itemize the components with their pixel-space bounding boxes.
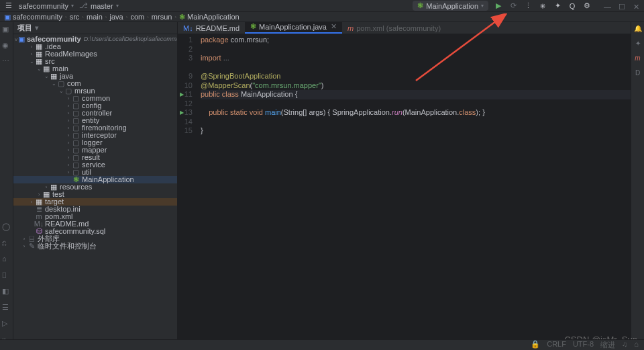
breadcrumb-item[interactable]: mrsun — [152, 13, 172, 21]
git-branch-icon: ⎇ — [79, 1, 88, 10]
editor-tab[interactable]: M↓README.md — [178, 23, 245, 34]
code-line[interactable]: @SpringBootApplication — [201, 72, 631, 81]
tree-row[interactable]: ⌄▦main — [13, 65, 177, 73]
debug-button[interactable]: ⟳ — [508, 1, 518, 11]
notifications-icon[interactable]: 🔔 — [633, 25, 643, 34]
editor-content[interactable]: 12391011▶1213▶1415 package com.mrsun;imp… — [178, 34, 631, 339]
run-config-selector[interactable]: ❃ MainApplication ▾ — [413, 1, 488, 11]
code-line[interactable] — [201, 63, 631, 73]
run-config-label: MainApplication — [426, 2, 478, 10]
code-line[interactable]: @MapperScan("com.mrsun.mapper") — [201, 81, 631, 91]
statusbar-item[interactable]: 🔒 — [531, 340, 540, 350]
breadcrumb-item[interactable]: com — [130, 13, 144, 21]
breadcrumb-item[interactable]: java — [110, 13, 123, 21]
panel-selector[interactable]: ▾ — [35, 24, 39, 32]
tool-icon[interactable]: ☰ — [2, 303, 11, 312]
statusbar-item[interactable]: ⌂ — [634, 340, 639, 350]
project-panel: 项目 ▾ v▣ safecommunity D:\Users\Local\Des… — [13, 22, 178, 339]
structure-tool-icon[interactable]: ⋯ — [2, 57, 11, 67]
tool-icon[interactable]: ⎌ — [2, 238, 11, 248]
commit-tool-icon[interactable]: ◉ — [2, 41, 11, 50]
settings-icon[interactable]: ⚙ — [582, 1, 592, 11]
database-tool-icon[interactable]: D — [633, 69, 643, 79]
editor-area: M↓README.md❃MainApplication.java✕mpom.xm… — [178, 22, 631, 339]
code-line[interactable]: public class MainApplication { — [201, 90, 631, 99]
ai-icon[interactable]: ✦ — [553, 1, 562, 11]
tool-icon[interactable]: ⌂ — [2, 255, 11, 264]
code-line[interactable]: } — [201, 126, 631, 136]
tool-icon[interactable]: ◧ — [2, 287, 11, 296]
search-icon[interactable]: Q — [568, 1, 577, 11]
run-button[interactable]: ▶ — [494, 1, 503, 11]
project-dropdown[interactable]: safecommunity ▾ — [19, 2, 74, 10]
window-close[interactable]: ✕ — [633, 3, 640, 9]
chevron-down-icon: ▾ — [116, 3, 119, 9]
panel-title: 项目 — [17, 23, 32, 33]
breadcrumb-item[interactable]: src — [70, 13, 80, 21]
code-line[interactable]: import ... — [201, 54, 631, 63]
code-line[interactable] — [201, 118, 631, 127]
maven-tool-icon[interactable]: m — [633, 54, 643, 64]
code-line[interactable] — [201, 99, 631, 109]
statusbar-item[interactable]: CRLF — [547, 340, 566, 350]
project-tree[interactable]: v▣ safecommunity D:\Users\Local\Desktop\… — [13, 34, 177, 251]
breadcrumb-item[interactable]: main — [87, 13, 103, 21]
breadcrumb: ▣safecommunity› src› main› java› com› mr… — [0, 12, 644, 22]
project-tool-icon[interactable]: ▣ — [2, 25, 11, 34]
tree-row[interactable]: ⌄▦java — [13, 73, 177, 80]
tool-icon[interactable]: ▷ — [2, 319, 11, 329]
tree-row[interactable]: ›▦resources — [13, 183, 177, 191]
tree-row[interactable]: ›✎临时文件和控制台 — [13, 243, 177, 250]
branch-name: master — [91, 2, 113, 10]
chevron-down-icon: ▾ — [481, 3, 484, 9]
ai-assist-icon[interactable]: ✦ — [633, 40, 643, 49]
branch-dropdown[interactable]: ⎇ master ▾ — [79, 1, 119, 10]
breadcrumb-item[interactable]: ▣safecommunity — [4, 13, 62, 21]
tree-row[interactable]: ❃MainApplication — [13, 176, 177, 183]
window-maximize[interactable]: ☐ — [619, 3, 625, 9]
tool-icon[interactable]: ◯ — [2, 222, 11, 232]
code-with-me-icon[interactable]: ⛯ — [538, 1, 547, 11]
app-menu-icon[interactable]: ☰ — [4, 1, 13, 11]
editor-gutter: 12391011▶1213▶1415 — [178, 34, 197, 339]
spring-icon: ❃ — [417, 1, 423, 10]
titlebar: ☰ safecommunity ▾ ⎇ master ▾ ❃ MainAppli… — [0, 0, 644, 12]
more-icon[interactable]: ⋮ — [523, 1, 533, 11]
tree-row[interactable]: ⌄▢com — [13, 80, 177, 87]
editor-tab[interactable]: ❃MainApplication.java✕ — [245, 22, 342, 34]
panel-header[interactable]: 项目 ▾ — [13, 22, 177, 34]
statusbar: 🔒CRLFUTF-8缩进♫⌂ — [0, 339, 644, 350]
tab-close-icon[interactable]: ✕ — [331, 22, 337, 31]
statusbar-item[interactable]: 缩进 — [600, 340, 615, 350]
code-line[interactable]: public static void main(String[] args) {… — [201, 108, 631, 118]
tree-row[interactable]: ⌄▦src — [13, 58, 177, 65]
editor-tabs: M↓README.md❃MainApplication.java✕mpom.xm… — [178, 22, 631, 34]
tree-row[interactable]: ›▢service — [13, 161, 177, 169]
terminal-tool-icon[interactable]: ⌷ — [2, 271, 11, 280]
chevron-down-icon: ▾ — [71, 3, 74, 9]
editor-tab[interactable]: mpom.xml (safecommunity) — [342, 23, 446, 34]
project-name: safecommunity — [19, 2, 68, 10]
statusbar-item[interactable]: UTF-8 — [573, 340, 594, 350]
code-line[interactable] — [201, 45, 631, 54]
statusbar-item[interactable]: ♫ — [622, 340, 627, 350]
breadcrumb-item[interactable]: ❃MainApplication — [179, 13, 239, 21]
code-area[interactable]: package com.mrsun;import ...@SpringBootA… — [197, 34, 631, 339]
right-tool-strip: 🔔 ✦ m D — [631, 22, 644, 339]
code-line[interactable]: package com.mrsun; — [201, 36, 631, 45]
window-minimize[interactable]: — — [604, 3, 610, 9]
